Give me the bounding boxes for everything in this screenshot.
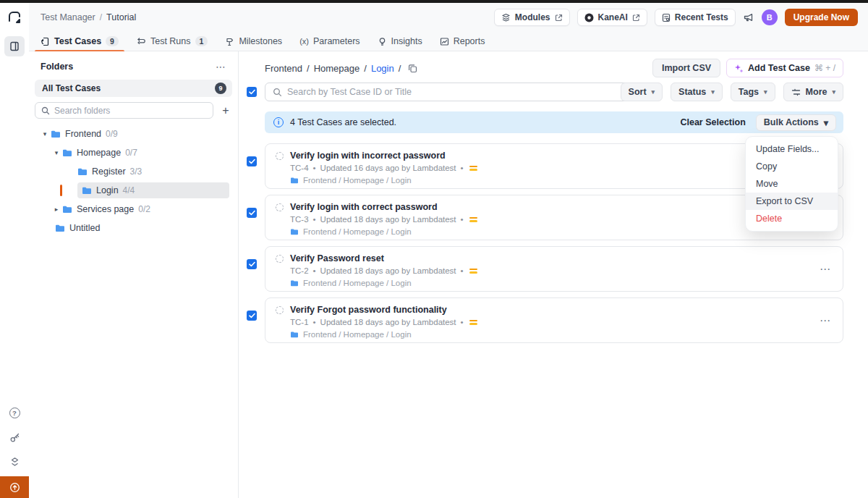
folder-label: Frontend: [65, 129, 101, 139]
breadcrumb-login[interactable]: Login: [371, 63, 394, 74]
caret-down-icon[interactable]: ▾: [51, 149, 62, 156]
folder-icon: [77, 167, 88, 176]
breadcrumb-homepage[interactable]: Homepage: [314, 63, 360, 74]
lambdatest-logo[interactable]: [7, 10, 22, 26]
folder-label: Register: [92, 166, 126, 177]
row-checkbox[interactable]: [247, 311, 257, 321]
parameters-icon: (x): [299, 37, 309, 46]
tab-label: Milestones: [239, 36, 282, 46]
status-draft-icon: [276, 152, 284, 160]
clear-selection-button[interactable]: Clear Selection: [680, 117, 745, 127]
integrations-icon[interactable]: [4, 452, 25, 472]
modules-label: Modules: [515, 12, 550, 22]
test-runs-icon: [136, 37, 146, 46]
priority-medium-icon: [469, 269, 477, 274]
folder-item-services-page[interactable]: ▸ Services page 0/2: [29, 200, 238, 219]
selection-banner: i 4 Test Cases are selected. Clear Selec…: [265, 111, 843, 133]
row-checkbox[interactable]: [247, 259, 257, 269]
caret-down-icon: ▾: [824, 117, 828, 128]
external-link-icon: [555, 14, 563, 22]
breadcrumb-separator: /: [364, 63, 367, 74]
tab-parameters[interactable]: (x) Parameters: [299, 32, 359, 51]
more-label: More: [806, 87, 827, 97]
status-draft-icon: [276, 255, 284, 263]
test-case-card[interactable]: Verify Forgot password functionality TC-…: [265, 297, 843, 343]
sidebar-toggle-button[interactable]: [4, 36, 25, 56]
announcements-icon[interactable]: [743, 12, 754, 23]
project-tabbar: Test Cases 9 Test Runs 1 Milestones (x) …: [29, 32, 868, 51]
user-avatar[interactable]: B: [762, 9, 778, 25]
folder-item-untitled[interactable]: Untitled: [29, 219, 238, 237]
import-csv-button[interactable]: Import CSV: [652, 59, 720, 77]
test-case-card[interactable]: Verify Password reset TC-2 • Updated 18 …: [265, 246, 843, 292]
test-case-search-input[interactable]: [287, 87, 630, 97]
folder-icon: [55, 224, 65, 232]
app-window: ? Test Manager / Tutorial: [0, 0, 868, 498]
caret-down-icon[interactable]: ▾: [39, 130, 51, 138]
menu-item-delete[interactable]: Delete: [746, 210, 838, 227]
menu-item-move[interactable]: Move: [746, 175, 838, 193]
more-filters-dropdown[interactable]: More ▾: [783, 83, 843, 101]
tab-insights[interactable]: Insights: [378, 32, 422, 51]
sparkle-icon: [734, 64, 744, 73]
add-test-case-button[interactable]: Add Test Case ⌘ + /: [726, 59, 843, 77]
tab-milestones[interactable]: Milestones: [225, 32, 282, 51]
sort-dropdown[interactable]: Sort ▾: [621, 83, 663, 101]
bulk-actions-menu: Update Fields... Copy Move Export to CSV…: [745, 136, 838, 232]
tab-reports[interactable]: Reports: [440, 32, 485, 51]
folder-search-input[interactable]: [54, 106, 207, 116]
row-checkbox[interactable]: [247, 156, 257, 166]
tags-label: Tags: [739, 87, 759, 97]
test-case-title[interactable]: Verify login with incorrect password: [290, 151, 446, 161]
test-case-title[interactable]: Verify Forgot password functionality: [290, 305, 447, 315]
caret-right-icon[interactable]: ▸: [51, 206, 62, 213]
status-label: Status: [678, 87, 706, 97]
folder-icon: [290, 279, 299, 287]
breadcrumb-app[interactable]: Test Manager: [41, 12, 95, 22]
folder-label: Homepage: [77, 148, 121, 158]
search-icon: [273, 88, 282, 97]
breadcrumb-frontend[interactable]: Frontend: [265, 63, 302, 74]
search-icon: [41, 106, 50, 115]
row-overflow-icon[interactable]: ⋯: [820, 314, 831, 327]
menu-item-export-to-csv[interactable]: Export to CSV: [746, 193, 838, 210]
test-case-title[interactable]: Verify login with correct password: [290, 202, 438, 212]
test-case-title[interactable]: Verify Password reset: [290, 253, 384, 263]
kaneai-label: KaneAI: [598, 12, 628, 22]
folder-item-frontend[interactable]: ▾ Frontend 0/9: [29, 124, 238, 143]
folder-search-field[interactable]: [35, 102, 213, 119]
menu-item-copy[interactable]: Copy: [746, 158, 838, 175]
all-test-cases-item[interactable]: All Test Cases 9: [35, 80, 232, 97]
folder-item-register[interactable]: Register 3/3: [29, 162, 238, 181]
tags-dropdown[interactable]: Tags ▾: [731, 83, 775, 101]
rail-upgrade-button[interactable]: [0, 476, 29, 498]
breadcrumb-project[interactable]: Tutorial: [106, 12, 136, 22]
test-case-row: Verify Forgot password functionality TC-…: [247, 297, 843, 343]
bulk-actions-label: Bulk Actions: [764, 117, 819, 127]
tab-count-badge: 9: [106, 36, 119, 46]
kaneai-button[interactable]: KaneAI: [577, 9, 647, 26]
copy-icon[interactable]: [408, 64, 417, 73]
folders-overflow-icon[interactable]: ⋯: [216, 61, 226, 72]
add-folder-button[interactable]: +: [219, 104, 232, 117]
row-overflow-icon[interactable]: ⋯: [820, 263, 831, 276]
folder-item-homepage[interactable]: ▾ Homepage 0/7: [29, 143, 238, 162]
test-case-search-field[interactable]: [265, 83, 638, 101]
folder-item-login[interactable]: Login 4/4: [29, 181, 238, 200]
breadcrumb-separator: /: [307, 63, 310, 74]
menu-item-update-fields[interactable]: Update Fields...: [746, 140, 838, 158]
tab-test-cases[interactable]: Test Cases 9: [41, 32, 119, 51]
access-key-icon[interactable]: [4, 427, 25, 447]
add-test-case-label: Add Test Case: [748, 63, 810, 73]
select-all-checkbox[interactable]: [247, 87, 257, 97]
all-test-cases-count: 9: [215, 83, 226, 94]
status-dropdown[interactable]: Status ▾: [671, 83, 723, 101]
recent-tests-button[interactable]: Recent Tests: [655, 9, 736, 26]
upgrade-now-button[interactable]: Upgrade Now: [785, 9, 858, 26]
caret-down-icon: ▾: [652, 88, 655, 96]
modules-button[interactable]: Modules: [494, 9, 570, 26]
tab-test-runs[interactable]: Test Runs 1: [136, 32, 208, 51]
bulk-actions-button[interactable]: Bulk Actions ▾: [756, 114, 836, 131]
row-checkbox[interactable]: [247, 208, 257, 218]
help-icon[interactable]: ?: [4, 402, 25, 423]
